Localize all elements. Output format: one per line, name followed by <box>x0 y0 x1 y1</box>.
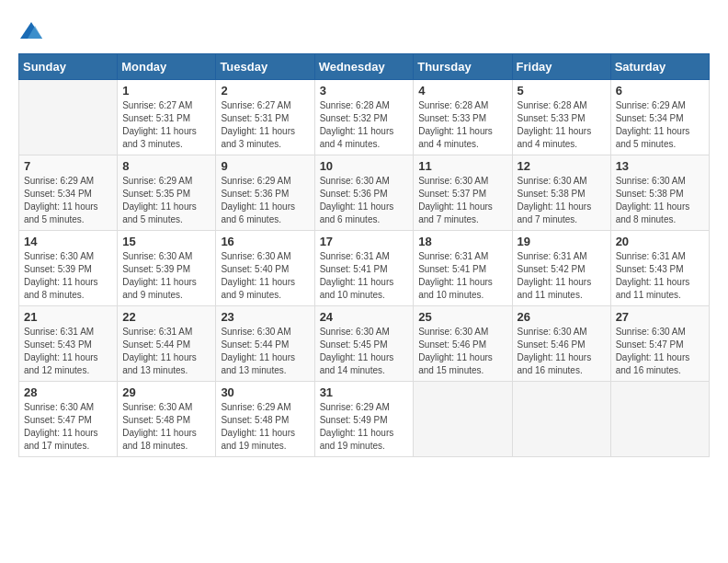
day-info: Sunrise: 6:27 AM Sunset: 5:31 PM Dayligh… <box>122 99 210 151</box>
week-row-4: 21Sunrise: 6:31 AM Sunset: 5:43 PM Dayli… <box>19 306 710 382</box>
header-sunday: Sunday <box>19 54 118 80</box>
calendar-table: SundayMondayTuesdayWednesdayThursdayFrid… <box>18 53 710 457</box>
day-number: 3 <box>320 84 409 98</box>
day-cell: 22Sunrise: 6:31 AM Sunset: 5:44 PM Dayli… <box>118 306 216 382</box>
day-number: 2 <box>221 84 309 98</box>
header-tuesday: Tuesday <box>216 54 314 80</box>
day-number: 26 <box>518 310 606 324</box>
day-cell: 16Sunrise: 6:30 AM Sunset: 5:40 PM Dayli… <box>216 231 314 306</box>
day-cell: 8Sunrise: 6:29 AM Sunset: 5:35 PM Daylig… <box>118 155 216 231</box>
day-number: 28 <box>24 385 112 399</box>
day-cell: 14Sunrise: 6:30 AM Sunset: 5:39 PM Dayli… <box>19 231 118 306</box>
day-info: Sunrise: 6:30 AM Sunset: 5:47 PM Dayligh… <box>616 326 704 377</box>
day-info: Sunrise: 6:30 AM Sunset: 5:46 PM Dayligh… <box>518 326 606 377</box>
day-cell: 18Sunrise: 6:31 AM Sunset: 5:41 PM Dayli… <box>414 231 512 306</box>
day-info: Sunrise: 6:30 AM Sunset: 5:37 PM Dayligh… <box>418 175 506 226</box>
day-info: Sunrise: 6:28 AM Sunset: 5:32 PM Dayligh… <box>320 99 409 151</box>
day-number: 16 <box>221 235 309 248</box>
day-cell: 13Sunrise: 6:30 AM Sunset: 5:38 PM Dayli… <box>610 155 709 231</box>
day-info: Sunrise: 6:29 AM Sunset: 5:49 PM Dayligh… <box>320 401 409 453</box>
day-cell: 25Sunrise: 6:30 AM Sunset: 5:46 PM Dayli… <box>414 306 512 382</box>
day-info: Sunrise: 6:30 AM Sunset: 5:38 PM Dayligh… <box>518 175 606 226</box>
week-row-5: 28Sunrise: 6:30 AM Sunset: 5:47 PM Dayli… <box>19 382 710 457</box>
day-info: Sunrise: 6:31 AM Sunset: 5:43 PM Dayligh… <box>24 326 112 377</box>
week-row-3: 14Sunrise: 6:30 AM Sunset: 5:39 PM Dayli… <box>19 231 710 306</box>
day-number: 4 <box>418 84 506 98</box>
day-info: Sunrise: 6:30 AM Sunset: 5:39 PM Dayligh… <box>24 250 112 302</box>
day-cell: 1Sunrise: 6:27 AM Sunset: 5:31 PM Daylig… <box>118 80 216 155</box>
day-info: Sunrise: 6:30 AM Sunset: 5:44 PM Dayligh… <box>221 326 309 377</box>
day-number: 11 <box>418 159 506 173</box>
day-number: 29 <box>122 385 210 399</box>
day-cell: 6Sunrise: 6:29 AM Sunset: 5:34 PM Daylig… <box>610 80 709 155</box>
day-info: Sunrise: 6:29 AM Sunset: 5:48 PM Dayligh… <box>221 401 309 453</box>
day-number: 7 <box>24 159 112 173</box>
day-number: 14 <box>24 235 112 248</box>
header-row: SundayMondayTuesdayWednesdayThursdayFrid… <box>19 54 710 80</box>
header-thursday: Thursday <box>414 54 512 80</box>
day-info: Sunrise: 6:30 AM Sunset: 5:48 PM Dayligh… <box>122 401 210 453</box>
day-number: 17 <box>320 235 409 248</box>
day-number: 19 <box>518 235 606 248</box>
day-number: 15 <box>122 235 210 248</box>
day-cell: 12Sunrise: 6:30 AM Sunset: 5:38 PM Dayli… <box>512 155 610 231</box>
week-row-2: 7Sunrise: 6:29 AM Sunset: 5:34 PM Daylig… <box>19 155 710 231</box>
day-number: 27 <box>616 310 704 324</box>
day-cell: 26Sunrise: 6:30 AM Sunset: 5:46 PM Dayli… <box>512 306 610 382</box>
day-cell: 3Sunrise: 6:28 AM Sunset: 5:32 PM Daylig… <box>314 80 414 155</box>
day-info: Sunrise: 6:30 AM Sunset: 5:40 PM Dayligh… <box>221 250 309 302</box>
day-cell: 30Sunrise: 6:29 AM Sunset: 5:48 PM Dayli… <box>216 382 314 457</box>
day-cell: 29Sunrise: 6:30 AM Sunset: 5:48 PM Dayli… <box>118 382 216 457</box>
day-info: Sunrise: 6:29 AM Sunset: 5:36 PM Dayligh… <box>221 175 309 226</box>
day-cell: 9Sunrise: 6:29 AM Sunset: 5:36 PM Daylig… <box>216 155 314 231</box>
day-cell <box>610 382 709 457</box>
day-info: Sunrise: 6:29 AM Sunset: 5:34 PM Dayligh… <box>24 175 112 226</box>
day-info: Sunrise: 6:30 AM Sunset: 5:39 PM Dayligh… <box>122 250 210 302</box>
day-number: 21 <box>24 310 112 324</box>
day-number: 30 <box>221 385 309 399</box>
header-saturday: Saturday <box>610 54 709 80</box>
day-number: 12 <box>518 159 606 173</box>
page-header <box>18 18 710 44</box>
day-number: 31 <box>320 385 409 399</box>
day-number: 24 <box>320 310 409 324</box>
week-row-1: 1Sunrise: 6:27 AM Sunset: 5:31 PM Daylig… <box>19 80 710 155</box>
day-number: 5 <box>518 84 606 98</box>
day-cell: 7Sunrise: 6:29 AM Sunset: 5:34 PM Daylig… <box>19 155 118 231</box>
day-info: Sunrise: 6:28 AM Sunset: 5:33 PM Dayligh… <box>518 99 606 151</box>
day-info: Sunrise: 6:30 AM Sunset: 5:45 PM Dayligh… <box>320 326 409 377</box>
day-info: Sunrise: 6:31 AM Sunset: 5:41 PM Dayligh… <box>320 250 409 302</box>
day-cell: 31Sunrise: 6:29 AM Sunset: 5:49 PM Dayli… <box>314 382 414 457</box>
day-number: 1 <box>122 84 210 98</box>
logo <box>18 18 48 44</box>
day-cell: 19Sunrise: 6:31 AM Sunset: 5:42 PM Dayli… <box>512 231 610 306</box>
header-monday: Monday <box>118 54 216 80</box>
day-info: Sunrise: 6:30 AM Sunset: 5:47 PM Dayligh… <box>24 401 112 453</box>
day-cell: 2Sunrise: 6:27 AM Sunset: 5:31 PM Daylig… <box>216 80 314 155</box>
day-cell: 23Sunrise: 6:30 AM Sunset: 5:44 PM Dayli… <box>216 306 314 382</box>
day-cell: 17Sunrise: 6:31 AM Sunset: 5:41 PM Dayli… <box>314 231 414 306</box>
day-cell: 24Sunrise: 6:30 AM Sunset: 5:45 PM Dayli… <box>314 306 414 382</box>
day-cell: 21Sunrise: 6:31 AM Sunset: 5:43 PM Dayli… <box>19 306 118 382</box>
day-number: 8 <box>122 159 210 173</box>
day-cell <box>512 382 610 457</box>
header-wednesday: Wednesday <box>314 54 414 80</box>
day-cell: 27Sunrise: 6:30 AM Sunset: 5:47 PM Dayli… <box>610 306 709 382</box>
day-number: 18 <box>418 235 506 248</box>
day-cell <box>19 80 118 155</box>
day-cell: 4Sunrise: 6:28 AM Sunset: 5:33 PM Daylig… <box>414 80 512 155</box>
day-info: Sunrise: 6:31 AM Sunset: 5:43 PM Dayligh… <box>616 250 704 302</box>
day-number: 25 <box>418 310 506 324</box>
day-info: Sunrise: 6:29 AM Sunset: 5:34 PM Dayligh… <box>616 99 704 151</box>
day-info: Sunrise: 6:31 AM Sunset: 5:42 PM Dayligh… <box>518 250 606 302</box>
day-number: 6 <box>616 84 704 98</box>
day-cell: 5Sunrise: 6:28 AM Sunset: 5:33 PM Daylig… <box>512 80 610 155</box>
day-number: 22 <box>122 310 210 324</box>
day-cell: 20Sunrise: 6:31 AM Sunset: 5:43 PM Dayli… <box>610 231 709 306</box>
day-info: Sunrise: 6:27 AM Sunset: 5:31 PM Dayligh… <box>221 99 309 151</box>
day-cell: 15Sunrise: 6:30 AM Sunset: 5:39 PM Dayli… <box>118 231 216 306</box>
day-info: Sunrise: 6:30 AM Sunset: 5:38 PM Dayligh… <box>616 175 704 226</box>
day-cell: 10Sunrise: 6:30 AM Sunset: 5:36 PM Dayli… <box>314 155 414 231</box>
day-info: Sunrise: 6:30 AM Sunset: 5:36 PM Dayligh… <box>320 175 409 226</box>
day-cell: 11Sunrise: 6:30 AM Sunset: 5:37 PM Dayli… <box>414 155 512 231</box>
